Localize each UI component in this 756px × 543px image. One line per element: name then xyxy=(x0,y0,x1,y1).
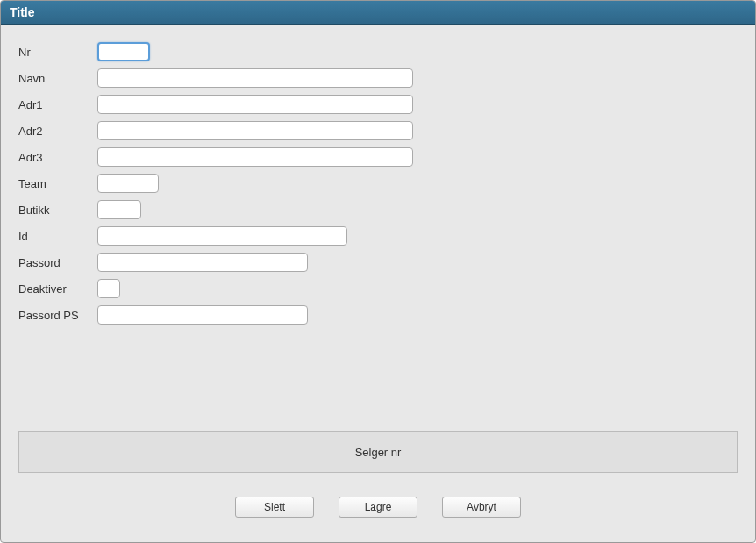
input-adr1[interactable] xyxy=(97,95,413,114)
label-butikk: Butikk xyxy=(18,204,97,217)
status-bar: Selger nr xyxy=(18,431,738,473)
row-team: Team xyxy=(18,174,738,193)
row-passordps: Passord PS xyxy=(18,305,738,325)
label-adr3: Adr3 xyxy=(18,151,97,164)
input-deaktiver[interactable] xyxy=(97,279,120,298)
status-text: Selger nr xyxy=(355,446,402,459)
label-deaktiver: Deaktiver xyxy=(18,282,97,296)
input-adr3[interactable] xyxy=(97,147,413,167)
input-nr[interactable] xyxy=(97,42,150,61)
label-passord: Passord xyxy=(18,256,97,269)
row-passord: Passord xyxy=(18,253,738,272)
row-deaktiver: Deaktiver xyxy=(18,279,738,298)
label-team: Team xyxy=(18,177,97,190)
row-id: Id xyxy=(18,226,738,246)
input-butikk[interactable] xyxy=(97,200,141,219)
label-id: Id xyxy=(18,230,97,243)
row-adr3: Adr3 xyxy=(18,147,738,167)
input-passord[interactable] xyxy=(97,253,308,272)
input-team[interactable] xyxy=(97,174,159,193)
input-adr2[interactable] xyxy=(97,121,413,140)
label-adr1: Adr1 xyxy=(18,98,97,111)
row-adr1: Adr1 xyxy=(18,95,738,114)
button-row: Slett Lagre Avbryt xyxy=(1,497,755,518)
label-passordps: Passord PS xyxy=(18,309,97,322)
title-bar: Title xyxy=(1,1,755,25)
window-title: Title xyxy=(10,5,35,19)
label-navn: Navn xyxy=(18,72,97,85)
label-nr: Nr xyxy=(18,46,97,59)
slett-button[interactable]: Slett xyxy=(235,497,314,518)
row-butikk: Butikk xyxy=(18,200,738,219)
dialog-window: Title Nr Navn Adr1 Adr2 Adr3 Team But xyxy=(0,0,756,543)
input-navn[interactable] xyxy=(97,68,413,88)
label-adr2: Adr2 xyxy=(18,125,97,138)
form-area: Nr Navn Adr1 Adr2 Adr3 Team Butikk xyxy=(1,25,755,325)
row-navn: Navn xyxy=(18,68,738,88)
avbryt-button[interactable]: Avbryt xyxy=(442,497,521,518)
input-id[interactable] xyxy=(97,226,347,246)
lagre-button[interactable]: Lagre xyxy=(339,497,417,518)
input-passordps[interactable] xyxy=(97,305,308,325)
row-nr: Nr xyxy=(18,42,738,61)
row-adr2: Adr2 xyxy=(18,121,738,140)
